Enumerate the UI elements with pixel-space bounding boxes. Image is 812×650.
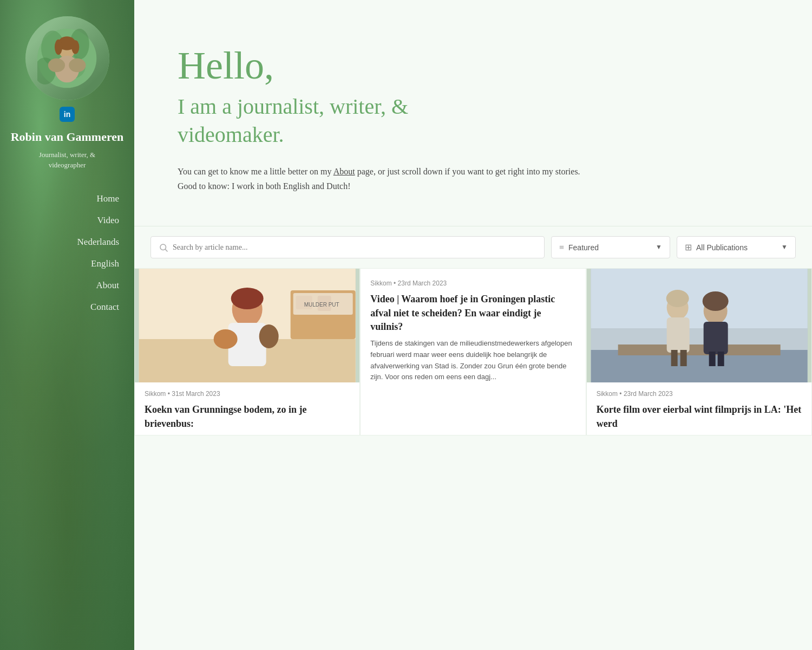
svg-point-8 — [71, 40, 79, 54]
hero-section: Hello, I am a journalist, writer, &video… — [134, 0, 812, 226]
search-box[interactable] — [150, 236, 545, 258]
sidebar-name: Robin van Gammeren — [11, 129, 124, 145]
sidebar-subtitle: Journalist, writer, &videographer — [39, 150, 95, 171]
hero-greeting: Hello, — [178, 43, 769, 88]
article-title: Korte film over eierbal wint filmprijs i… — [587, 401, 811, 434]
article-card[interactable]: Sikkom • 23rd March 2023 Korte film over… — [586, 268, 812, 435]
hero-tagline: I am a journalist, writer, &videomaker. — [178, 93, 769, 149]
publications-dropdown[interactable]: ⊞ All Publications ▼ — [677, 236, 796, 258]
sidebar: in Robin van Gammeren Journalist, writer… — [0, 0, 134, 650]
svg-rect-39 — [680, 350, 686, 366]
sidebar-item-english[interactable]: English — [0, 253, 134, 275]
svg-point-20 — [214, 329, 238, 349]
publications-icon: ⊞ — [685, 242, 692, 252]
svg-rect-41 — [717, 352, 724, 366]
article-meta: Sikkom • 31st March 2023 — [135, 382, 359, 401]
articles-grid: MULDER PUT Sikkom • 31st March 2023 Koek… — [134, 268, 812, 457]
svg-rect-31 — [618, 344, 780, 355]
sidebar-nav: Home Video Nederlands English About Cont… — [0, 188, 134, 318]
main-content: Hello, I am a journalist, writer, &video… — [134, 0, 812, 650]
article-image: MULDER PUT — [135, 269, 359, 382]
svg-point-7 — [55, 39, 62, 54]
article-meta: Sikkom • 23rd March 2023 — [587, 382, 811, 401]
sidebar-item-home[interactable]: Home — [0, 188, 134, 210]
sort-chevron-icon: ▼ — [656, 243, 662, 251]
search-icon — [159, 243, 168, 252]
article-card[interactable]: MULDER PUT Sikkom • 31st March 2023 Koek… — [134, 268, 360, 435]
svg-rect-29 — [591, 269, 807, 328]
sidebar-item-nederlands[interactable]: Nederlands — [0, 231, 134, 253]
article-image — [587, 269, 811, 382]
sidebar-item-about[interactable]: About — [0, 275, 134, 296]
svg-point-18 — [231, 288, 264, 309]
svg-text:MULDER PUT: MULDER PUT — [304, 302, 339, 308]
article-card[interactable]: Sikkom • 23rd March 2023 Video | Waarom … — [360, 268, 586, 435]
svg-line-13 — [165, 249, 167, 251]
svg-rect-40 — [709, 352, 715, 366]
publications-chevron-icon: ▼ — [781, 243, 788, 251]
article-title: Video | Waarom hoef je in Groningen plas… — [361, 290, 585, 338]
svg-point-36 — [702, 291, 728, 311]
search-input[interactable] — [173, 243, 536, 252]
svg-point-11 — [69, 58, 86, 72]
article-excerpt: Tijdens de stakingen van de milieudienst… — [361, 338, 585, 393]
publications-label: All Publications — [696, 243, 777, 252]
svg-point-33 — [666, 290, 689, 307]
about-link[interactable]: About — [333, 167, 355, 176]
sort-label: Featured — [568, 243, 651, 252]
svg-point-10 — [48, 58, 65, 72]
svg-point-12 — [160, 244, 166, 250]
article-title: Koekn van Grunningse bodem, zo in je bri… — [135, 401, 359, 434]
sidebar-item-contact[interactable]: Contact — [0, 296, 134, 318]
sort-dropdown[interactable]: ≡ Featured ▼ — [551, 236, 670, 258]
svg-rect-38 — [671, 350, 677, 366]
svg-rect-34 — [666, 317, 689, 353]
sort-icon: ≡ — [559, 243, 564, 252]
svg-rect-37 — [703, 322, 728, 354]
svg-point-21 — [259, 324, 279, 348]
avatar — [25, 16, 109, 100]
hero-description: You can get to know me a little better o… — [178, 164, 600, 193]
linkedin-icon[interactable]: in — [60, 107, 75, 122]
article-meta: Sikkom • 23rd March 2023 — [361, 269, 585, 290]
sidebar-item-video[interactable]: Video — [0, 210, 134, 231]
filter-bar: ≡ Featured ▼ ⊞ All Publications ▼ — [134, 226, 812, 268]
